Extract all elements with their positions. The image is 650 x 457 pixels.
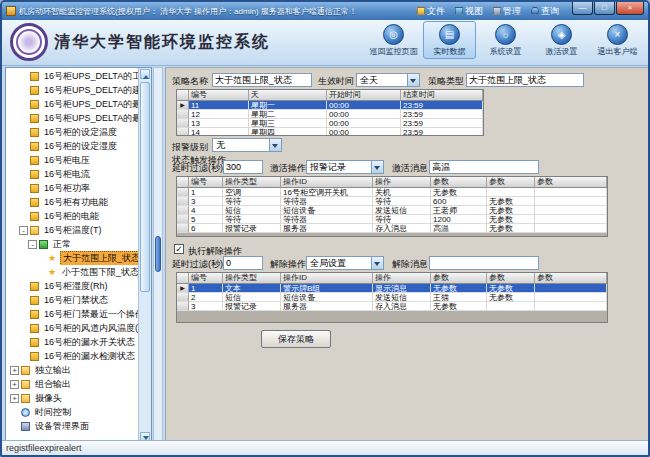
folder-icon: [21, 366, 30, 375]
toolbar-button[interactable]: ▤ 实时数据: [423, 21, 476, 59]
row-selector-header: [177, 273, 189, 284]
menu-item[interactable]: 查询: [526, 4, 564, 19]
action-row[interactable]: 5 等待 等待器 等待 1200 无参数: [177, 215, 607, 224]
policy-type-input[interactable]: [466, 73, 584, 87]
menu-item[interactable]: 视图: [450, 4, 488, 19]
schedule-row[interactable]: 13 星期三 00:00 23:59: [177, 119, 483, 128]
expand-toggle-icon[interactable]: +: [10, 380, 19, 389]
content-scrollbar[interactable]: [153, 67, 163, 444]
tree-item[interactable]: 16号柜门禁状态: [6, 293, 138, 307]
toolbar-button[interactable]: ◈ 激活设置: [535, 21, 588, 59]
app-header: 清华大学智能环境监控系统 ◎ 巡回监控页面 ▤ 实时数据 ☼ 系统设置 ◈ 激活…: [2, 20, 648, 66]
content-scrollbar-thumb[interactable]: [155, 236, 161, 272]
sensor-icon: [30, 142, 39, 151]
tree-item[interactable]: + 独立输出: [6, 363, 138, 377]
action-row[interactable]: 2 短信 短信设备 发送短信 王猫 无参数: [177, 293, 607, 302]
tree-scrollbar-thumb[interactable]: [140, 82, 150, 292]
window-controls: — □ ×: [572, 2, 644, 15]
trigger-delay-label: 延时过滤(秒): [172, 162, 223, 175]
cell-op-id: 短信设备: [281, 206, 373, 215]
action-row[interactable]: 1 文本 警示牌B组 显示消息 无参数 无参数: [177, 284, 607, 293]
column-header: 开始时间: [327, 90, 401, 101]
cell-day: 星期一: [249, 101, 327, 110]
cell-number: 3: [189, 302, 223, 311]
tree-item[interactable]: 16号柜的漏水检测状态: [6, 349, 138, 363]
app-icon: [6, 6, 16, 16]
tree-item[interactable]: 16号柜的设定温度: [6, 125, 138, 139]
toolbar-button[interactable]: × 退出客户端: [591, 21, 644, 59]
tree-item[interactable]: 16号柜UPS_DELTA的最高工: [6, 111, 138, 125]
tree-item[interactable]: 小于范围下限_状态: [6, 265, 138, 279]
expand-toggle-icon[interactable]: -: [19, 226, 28, 235]
alarm-level-select[interactable]: 无: [212, 138, 282, 152]
policy-name-input[interactable]: [212, 73, 312, 87]
tree-item[interactable]: 16号柜UPS_DELTA的最低工: [6, 97, 138, 111]
save-policy-button[interactable]: 保存策略: [261, 330, 331, 348]
toolbar-button[interactable]: ◎ 巡回监控页面: [367, 21, 420, 59]
column-header: 操作ID: [281, 273, 373, 284]
trigger-delay-input[interactable]: [223, 160, 263, 174]
sensor-icon: [30, 324, 39, 333]
action-row[interactable]: 1 空调 16号柜空调开关机 关机 无参数: [177, 188, 607, 197]
effective-time-select[interactable]: 全天: [356, 73, 420, 87]
tree-scrollbar[interactable]: [138, 68, 151, 443]
trigger-action-label: 激活操作: [270, 162, 306, 175]
action-row[interactable]: 4 短信 短信设备 发送短信 王老师 无参数: [177, 206, 607, 215]
toolbar-button[interactable]: ☼ 系统设置: [479, 21, 532, 59]
tree-item[interactable]: 大于范围上限_状态: [6, 251, 138, 265]
cell-param3: [535, 188, 607, 197]
policy-star-icon: [48, 268, 57, 277]
action-row[interactable]: 3 等待 等待器 等待 600 无参数: [177, 197, 607, 206]
cell-param2: 无参数: [487, 206, 535, 215]
tree-item[interactable]: 16号柜电压: [6, 153, 138, 167]
tree-item[interactable]: 16号柜有功电能: [6, 195, 138, 209]
schedule-row[interactable]: 14 星期四 00:00 23:59: [177, 128, 483, 136]
trigger-action-select[interactable]: 报警记录: [306, 160, 384, 174]
tree-item[interactable]: + 组合输出: [6, 377, 138, 391]
tree-item[interactable]: 16号柜UPS_DELTA的工作状态: [6, 69, 138, 83]
expand-toggle-icon[interactable]: -: [28, 240, 37, 249]
tree-item[interactable]: 设备管理界面: [6, 419, 138, 433]
device-manager-icon: [21, 422, 30, 431]
maximize-button[interactable]: □: [594, 2, 615, 15]
sensor-icon: [30, 198, 39, 207]
tree-item[interactable]: - 16号柜温度(T): [6, 223, 138, 237]
action-row[interactable]: 3 报警记录 服务器 存入消息 无参数: [177, 302, 607, 311]
tree-item[interactable]: 时间控制: [6, 405, 138, 419]
release-delay-input[interactable]: [223, 256, 263, 270]
tree-item[interactable]: 16号柜电流: [6, 167, 138, 181]
exit-client-icon: ×: [607, 24, 628, 45]
expand-toggle-icon[interactable]: +: [10, 366, 19, 375]
cell-start-time: 00:00: [327, 119, 401, 128]
menu-item[interactable]: 文件: [412, 4, 450, 19]
cell-op-type: 空调: [223, 188, 281, 197]
tree-item[interactable]: 16号柜UPS_DELTA的建议数: [6, 83, 138, 97]
tree-item[interactable]: 16号柜湿度(Rh): [6, 279, 138, 293]
tree-item[interactable]: 16号柜功率: [6, 181, 138, 195]
release-message-input[interactable]: [429, 256, 539, 270]
action-row[interactable]: 6 报警记录 服务器 存入消息 高温 无参数: [177, 224, 607, 233]
close-button[interactable]: ×: [616, 2, 644, 15]
row-selector: [177, 206, 189, 215]
minimize-button[interactable]: —: [572, 2, 593, 15]
row-selector: [177, 284, 189, 293]
release-action-label: 解除操作: [270, 258, 306, 271]
trigger-message-input[interactable]: [429, 160, 539, 174]
scroll-up-icon[interactable]: [140, 69, 150, 79]
cell-operation: 关机: [373, 188, 431, 197]
tree-item[interactable]: 16号柜的设定湿度: [6, 139, 138, 153]
tree-item[interactable]: - 正常: [6, 237, 138, 251]
tree-item[interactable]: 16号柜的风道内风温度(T): [6, 321, 138, 335]
tree-item[interactable]: 16号柜的电能: [6, 209, 138, 223]
folder-icon: [21, 380, 30, 389]
schedule-row[interactable]: 11 星期一 00:00 23:59: [177, 101, 483, 110]
tree-item[interactable]: + 摄像头: [6, 391, 138, 405]
tree-item[interactable]: 16号柜的漏水开关状态: [6, 335, 138, 349]
release-action-select[interactable]: 全局设置: [306, 256, 384, 270]
menu-item[interactable]: 管理: [488, 4, 526, 19]
schedule-row[interactable]: 12 星期二 00:00 23:59: [177, 110, 483, 119]
expand-toggle-icon[interactable]: +: [10, 394, 19, 403]
execute-release-checkbox[interactable]: ✓: [174, 244, 184, 254]
cell-op-type: 报警记录: [223, 302, 281, 311]
tree-item[interactable]: 16号柜门禁最近一个操作: [6, 307, 138, 321]
